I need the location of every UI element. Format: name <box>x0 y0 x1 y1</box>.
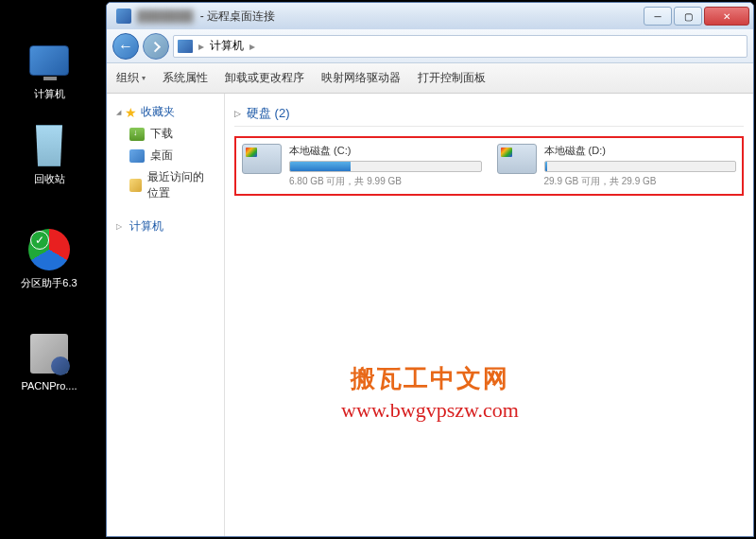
recycle-bin-icon <box>30 125 68 166</box>
computer-breadcrumb-icon <box>178 40 193 53</box>
drive-capacity-bar <box>289 161 482 172</box>
recent-icon <box>129 179 142 192</box>
toolbar-control-panel[interactable]: 打开控制面板 <box>418 70 486 86</box>
partition-assistant-icon <box>28 229 70 270</box>
sidebar-favorites[interactable]: ★ 收藏夹 <box>111 101 220 123</box>
sidebar-computer[interactable]: 计算机 <box>111 216 220 237</box>
main-pane: 硬盘 (2) 本地磁盘 (C:) 6.80 GB 可用，共 9.99 GB <box>225 94 753 536</box>
sidebar-label: 计算机 <box>129 218 163 235</box>
title-ip: ███████ <box>137 9 194 23</box>
desktop-icon-partition[interactable]: 分区助手6.3 <box>11 227 87 290</box>
rdp-icon <box>116 9 131 24</box>
computer-icon <box>29 45 69 76</box>
drive-status: 6.80 GB 可用，共 9.99 GB <box>289 175 482 188</box>
watermark-url: www.bwgvpszw.com <box>341 398 519 423</box>
explorer: ← ▸ 计算机 ▸ 组织 系统属性 卸载或更改程序 映射网络驱动器 打开控制面板 <box>107 29 753 536</box>
rdp-window: ███████ - 远程桌面连接 ─ ▢ ✕ ← ▸ 计算机 ▸ <box>106 2 754 537</box>
icon-label: 分区助手6.3 <box>11 276 87 290</box>
content: ★ 收藏夹 下载 桌面 最近访问的位置 <box>107 94 753 536</box>
breadcrumb-sep: ▸ <box>249 40 255 53</box>
drives-section-header[interactable]: 硬盘 (2) <box>234 101 744 127</box>
desktop: 计算机 回收站 分区助手6.3 PACNPro.... ███████ - 远程… <box>0 0 756 539</box>
icon-label: 计算机 <box>11 87 87 101</box>
maximize-button[interactable]: ▢ <box>674 7 702 26</box>
icon-label: PACNPro.... <box>11 380 87 391</box>
titlebar[interactable]: ███████ - 远程桌面连接 ─ ▢ ✕ <box>107 3 753 29</box>
drive-capacity-bar <box>544 161 737 172</box>
hard-drive-icon <box>497 144 537 174</box>
sidebar: ★ 收藏夹 下载 桌面 最近访问的位置 <box>107 94 225 536</box>
drive-info: 本地磁盘 (D:) 29.9 GB 可用，共 29.9 GB <box>544 144 737 188</box>
breadcrumb-sep: ▸ <box>198 40 204 53</box>
back-button[interactable]: ← <box>112 33 139 60</box>
hard-drive-icon <box>242 144 282 174</box>
toolbar-organize[interactable]: 组织 <box>116 70 146 86</box>
navbar: ← ▸ 计算机 ▸ <box>107 29 753 63</box>
download-icon <box>129 128 145 141</box>
toolbar-uninstall[interactable]: 卸载或更改程序 <box>225 70 304 86</box>
toolbar-properties[interactable]: 系统属性 <box>163 70 208 86</box>
drive-info: 本地磁盘 (C:) 6.80 GB 可用，共 9.99 GB <box>289 144 482 188</box>
desktop-icon-computer[interactable]: 计算机 <box>11 38 87 101</box>
sidebar-label: 桌面 <box>150 148 173 164</box>
drives-highlight: 本地磁盘 (C:) 6.80 GB 可用，共 9.99 GB 本地磁盘 (D:)… <box>234 136 744 196</box>
drive-status: 29.9 GB 可用，共 29.9 GB <box>544 175 737 188</box>
sidebar-label: 最近访问的位置 <box>147 169 215 201</box>
drive-d[interactable]: 本地磁盘 (D:) 29.9 GB 可用，共 29.9 GB <box>497 144 737 188</box>
sidebar-label: 收藏夹 <box>141 104 175 120</box>
sidebar-label: 下载 <box>150 126 173 142</box>
section-title: 硬盘 (2) <box>247 105 290 122</box>
sidebar-desktop[interactable]: 桌面 <box>111 145 220 166</box>
desktop-icon-recycle[interactable]: 回收站 <box>11 123 87 186</box>
toolbar-map-drive[interactable]: 映射网络驱动器 <box>321 70 401 86</box>
breadcrumb-item[interactable]: 计算机 <box>210 38 244 54</box>
breadcrumb[interactable]: ▸ 计算机 ▸ <box>173 35 747 58</box>
sidebar-recent[interactable]: 最近访问的位置 <box>111 166 220 204</box>
title-text: 远程桌面连接 <box>207 9 275 23</box>
drive-name: 本地磁盘 (D:) <box>544 144 737 158</box>
desktop-icon-pac[interactable]: PACNPro.... <box>11 331 87 391</box>
desktop-icon <box>129 149 145 163</box>
drive-name: 本地磁盘 (C:) <box>289 144 482 158</box>
watermark-cn: 搬瓦工中文网 <box>351 362 509 395</box>
drive-c[interactable]: 本地磁盘 (C:) 6.80 GB 可用，共 9.99 GB <box>242 144 482 188</box>
close-button[interactable]: ✕ <box>704 7 749 26</box>
minimize-button[interactable]: ─ <box>644 7 672 26</box>
sidebar-downloads[interactable]: 下载 <box>111 123 220 145</box>
window-title: ███████ - 远程桌面连接 <box>137 9 644 25</box>
window-controls: ─ ▢ ✕ <box>644 7 749 26</box>
icon-label: 回收站 <box>11 172 87 186</box>
pac-app-icon <box>30 334 68 374</box>
forward-button[interactable] <box>143 33 169 60</box>
toolbar: 组织 系统属性 卸载或更改程序 映射网络驱动器 打开控制面板 <box>107 63 753 94</box>
star-icon: ★ <box>125 105 137 120</box>
